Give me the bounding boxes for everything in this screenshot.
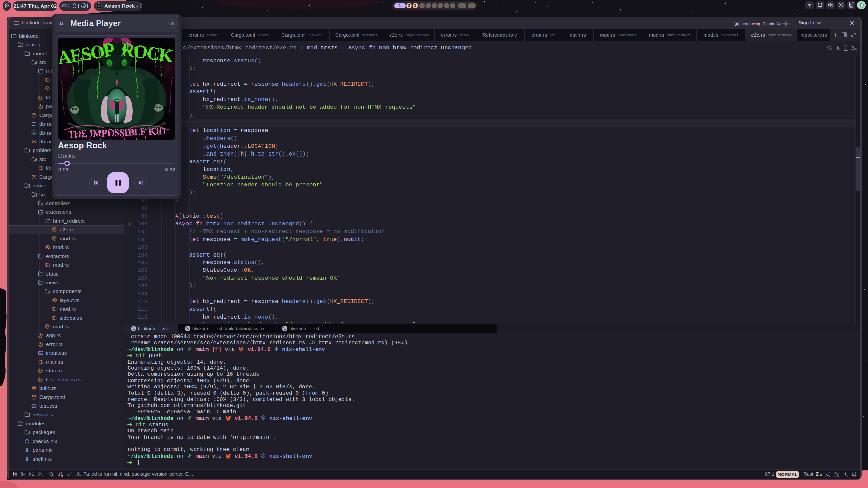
svg-text:css: css: [39, 352, 43, 354]
svg-text:css: css: [32, 405, 36, 407]
